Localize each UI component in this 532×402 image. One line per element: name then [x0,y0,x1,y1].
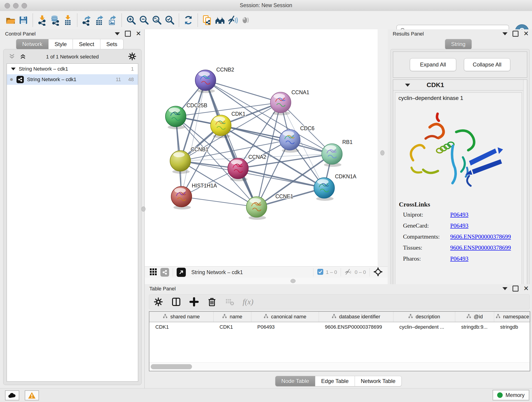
function-builder-icon[interactable]: f(x) [243,297,253,307]
string-network-badge-icon [17,76,24,83]
tab-style[interactable]: Style [49,39,73,50]
crosslink-link[interactable]: P06493 [450,211,468,218]
tree-expand-icon[interactable] [11,68,16,70]
network-edge-CCNE1-HIST1H1A[interactable] [181,197,257,207]
network-collection-row[interactable]: String Network – cdk1 1 [7,64,138,74]
section-collapse-icon[interactable] [405,84,410,87]
column-header-canonical-name[interactable]: canonical name [251,312,319,322]
network-node-CCNE1[interactable] [246,197,267,220]
tab-select[interactable]: Select [73,39,100,50]
network-node-CDK1[interactable] [210,115,231,138]
selected-checkbox-icon[interactable] [317,269,323,276]
table-cell[interactable]: P06493 [251,324,319,330]
new-network-from-selection-icon[interactable] [201,13,214,27]
network-node-HIST1H1A[interactable] [171,186,192,210]
network-options-gear-icon[interactable] [128,52,136,61]
view-grid-icon[interactable] [149,268,157,277]
table-cell[interactable]: CDK1 [149,324,214,330]
collapse-all-button[interactable]: Collapse All [464,58,510,71]
delete-column-icon[interactable] [207,297,217,307]
network-node-RB1[interactable] [322,144,342,167]
crosslinks-title: CrossLinks [399,201,519,208]
panel-menu-icon[interactable] [502,32,507,35]
tab-node-table[interactable]: Node Table [275,376,315,386]
export-network-icon[interactable] [80,13,93,27]
table-cell[interactable]: 9606.ENSP00000378699 [319,324,393,330]
table-cell[interactable]: stringdb:9... [455,324,494,330]
splitter-handle-icon[interactable] [291,279,296,283]
show-all-icon[interactable] [239,13,252,27]
close-panel-icon[interactable]: ✕ [136,32,141,36]
close-panel-icon[interactable]: ✕ [524,32,529,36]
save-session-icon[interactable] [17,13,30,27]
zoom-fit-icon[interactable] [150,13,163,27]
zoom-selected-icon[interactable] [163,13,176,27]
table-hscrollbar[interactable] [149,362,530,371]
float-panel-icon[interactable] [513,286,519,292]
network-node-CCNA1[interactable] [270,92,291,115]
network-badge-icon[interactable] [160,268,169,277]
splitter-handle-icon[interactable] [141,206,146,211]
network-edge-CCNA2-CDKN1A[interactable] [238,168,324,188]
import-network-file-icon[interactable] [36,13,49,27]
hide-selected-icon[interactable] [226,13,239,27]
zoom-in-icon[interactable] [125,13,138,27]
export-image-icon[interactable] [106,13,119,27]
expand-all-button[interactable]: Expand All [410,58,456,71]
float-panel-icon[interactable] [125,31,131,37]
table-cell[interactable]: cyclin–dependent ... [393,324,455,330]
network-node-CCNB1[interactable] [170,151,191,174]
crosslink-label: Compartments: [403,233,450,240]
panel-menu-icon[interactable] [115,32,120,35]
table-cell[interactable]: stringdb [494,324,531,330]
network-edge-CCNB2-CCNA1[interactable] [206,80,281,102]
tab-edge-table[interactable]: Edge Table [315,376,355,386]
crosslink-link[interactable]: 9606.ENSP00000378699 [450,244,511,251]
tab-sets[interactable]: Sets [100,39,123,50]
delete-table-icon[interactable] [225,297,235,307]
tab-network[interactable]: Network [16,39,49,50]
tab-string[interactable]: String [445,39,472,50]
network-row-selected[interactable]: String Network – cdk1 11 48 [7,74,138,85]
splitter-handle-icon[interactable] [380,150,385,155]
float-panel-icon[interactable] [513,31,519,37]
center-view-icon[interactable] [374,267,383,277]
table-cell[interactable]: CDK1 [214,324,251,330]
crosslink-link[interactable]: P06493 [450,222,468,229]
node-table: shared namenamecanonical namedatabase id… [149,311,530,371]
first-neighbors-icon[interactable] [214,13,226,27]
column-header-database-identifier[interactable]: database identifier [319,312,393,322]
warnings-button[interactable] [25,390,39,400]
tab-network-table[interactable]: Network Table [355,376,402,386]
column-header--id[interactable]: @id [455,312,494,322]
scrollbar-thumb[interactable] [151,364,192,369]
memory-button[interactable]: Memory [493,390,529,400]
redraw-graph-icon[interactable] [182,13,195,27]
network-node-CDC25B[interactable] [165,106,186,129]
column-header-description[interactable]: description [393,312,455,322]
import-table-file-icon[interactable] [61,13,74,27]
add-column-icon[interactable] [189,297,199,307]
close-panel-icon[interactable]: ✕ [524,286,529,291]
column-header-namespace[interactable]: namespace [494,312,531,322]
open-view-icon[interactable] [177,268,186,277]
export-table-icon[interactable] [93,13,106,27]
table-settings-gear-icon[interactable] [153,297,163,307]
open-session-icon[interactable] [4,13,17,27]
panel-splitter-vertical-right[interactable] [378,29,388,266]
cloud-status-button[interactable] [5,390,19,400]
zoom-out-icon[interactable] [138,13,150,27]
crosslink-row: Uniprot:P06493 [403,211,519,218]
table-row[interactable]: CDK1CDK1P064939606.ENSP00000378699cyclin… [149,322,530,332]
crosslink-link[interactable]: P06493 [450,255,468,262]
column-header-name[interactable]: name [214,312,251,322]
crosslink-link[interactable]: 9606.ENSP00000378699 [450,233,511,240]
column-header-shared-name[interactable]: shared name [149,312,214,322]
panel-menu-icon[interactable] [502,287,507,290]
import-network-database-icon[interactable] [49,13,61,27]
network-canvas[interactable]: CCNB2CCNA1CDC25BCDK1CDC6RB1CCNB1CCNA2CDK… [145,29,378,266]
results-scrollbar[interactable] [523,80,527,303]
show-columns-icon[interactable] [171,297,181,307]
network-node-CDKN1A[interactable] [314,178,335,201]
hidden-eye-icon[interactable] [345,268,352,276]
